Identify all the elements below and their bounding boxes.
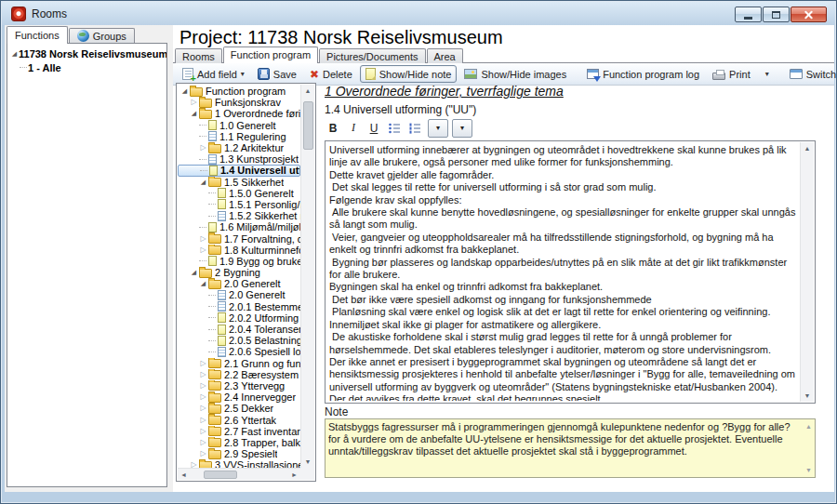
save-button[interactable]: Save — [252, 65, 302, 83]
tree-item[interactable]: ▷2.1 Grunn og fundame — [178, 358, 300, 369]
rich-text-editor[interactable]: Universell utforming innebærer at bygnin… — [325, 140, 816, 404]
tree-item[interactable]: 2.0.5 Belastninger — [178, 335, 300, 346]
bold-button[interactable]: B — [324, 119, 342, 138]
collapse-arrow-icon[interactable]: ◢ — [199, 177, 207, 188]
expand-arrow-icon[interactable]: ▷ — [199, 358, 207, 369]
scroll-down-button[interactable]: ▼ — [804, 392, 811, 399]
scroll-up-button[interactable]: ▲ — [804, 145, 811, 152]
tree-item[interactable]: ▷1.2 Arkitektur — [178, 142, 300, 153]
note-field[interactable]: Statsbyggs fagressurser må i programmeri… — [325, 418, 816, 478]
expand-arrow-icon[interactable]: ▷ — [199, 391, 207, 403]
collapse-arrow-icon[interactable]: ◢ — [180, 86, 189, 97]
minimize-button[interactable] — [735, 7, 762, 22]
italic-button[interactable]: I — [344, 119, 363, 138]
expand-arrow-icon[interactable]: ▷ — [190, 97, 198, 108]
scroll-right-button[interactable]: ► — [291, 471, 298, 478]
tree-item[interactable]: ▷1.8 Kulturminneforvaltn — [178, 245, 300, 256]
note-text[interactable]: Statsbyggs fagressurser må i programmeri… — [328, 421, 800, 475]
tree-item[interactable]: ▷2.6 Yttertak — [178, 414, 300, 425]
numbered-list-button[interactable] — [405, 119, 424, 138]
tab-pictures-documents[interactable]: Pictures/Documents — [319, 48, 425, 63]
tree-item[interactable]: ▷2.2 Bæresystem — [178, 369, 300, 380]
underline-button[interactable]: U — [365, 119, 383, 138]
tree-item[interactable]: 2.0 Generelt — [178, 289, 300, 300]
tree-item[interactable]: ▷2.9 Spesielt — [178, 448, 300, 459]
font-dropdown[interactable]: ▾ — [428, 119, 448, 138]
tree-item[interactable]: ◢1.5 Sikkerhet — [178, 177, 300, 188]
tree-item[interactable]: ▷1.7 Forvaltning, drift og — [178, 232, 300, 244]
tab-area[interactable]: Area — [427, 48, 463, 63]
scroll-down-button[interactable]: ▼ — [305, 458, 312, 465]
tree-item[interactable]: 2.0.1 Bestemmelse — [178, 301, 300, 312]
collapse-arrow-icon[interactable]: ◢ — [199, 278, 207, 289]
expand-arrow-icon[interactable]: ▷ — [199, 233, 207, 245]
close-button[interactable] — [790, 7, 827, 22]
tree-item[interactable]: 1.4 Universell utfor — [178, 165, 300, 176]
tree-item[interactable]: ▷2.4 Innervegger — [178, 391, 300, 403]
delete-button[interactable]: ✖ Delete — [304, 66, 358, 83]
expand-arrow-icon[interactable]: ▷ — [199, 245, 207, 256]
add-field-button[interactable]: Add field ▾ — [177, 65, 250, 83]
tab-functions[interactable]: Functions — [7, 26, 68, 44]
scroll-up-button[interactable]: ▲ — [805, 423, 812, 430]
scroll-left-button[interactable]: ◄ — [180, 471, 187, 478]
scroll-up-button[interactable]: ▲ — [305, 87, 312, 94]
expand-arrow-icon[interactable]: ▷ — [190, 459, 198, 468]
tab-function-program[interactable]: Function program — [223, 46, 318, 63]
tree-item[interactable]: ◢Function program — [178, 86, 300, 97]
show-hide-note-button[interactable]: Show/Hide note — [360, 65, 458, 83]
bullet-list-button[interactable] — [385, 119, 404, 138]
tree-item[interactable]: ◢11738 Norsk Reiselivsmuseum — [7, 46, 166, 60]
print-button[interactable]: Print ▾ — [707, 66, 775, 83]
titlebar[interactable]: Rooms — [2, 2, 835, 25]
tab-rooms[interactable]: Rooms — [175, 48, 222, 63]
tree-item[interactable]: ▷3 VVS-installasjoner — [178, 459, 300, 468]
tree-item[interactable]: ▷2.3 Yttervegg — [178, 380, 300, 391]
tree-horizontal-scrollbar[interactable]: ◄ ► — [178, 468, 300, 480]
tree-item[interactable]: 1.5.2 Sikkerhet mo — [178, 210, 300, 221]
tree-item[interactable]: ▷2.7 Fast inventar — [178, 426, 300, 437]
tree-item[interactable]: 2.0.2 Utforming og — [178, 312, 300, 324]
body-text[interactable]: Universell utforming innebærer at bygnin… — [327, 143, 798, 401]
tree-item[interactable]: 1.5.1 Personlig/ma — [178, 199, 300, 210]
expand-arrow-icon[interactable]: ▷ — [199, 426, 207, 437]
tree-item[interactable]: 1 - Alle — [7, 60, 166, 74]
color-dropdown[interactable]: ▾ — [452, 119, 472, 138]
tree-item[interactable]: ◢1 Overordnede føringer, tv — [178, 108, 300, 119]
tree-item[interactable]: ◢2.0 Generelt — [178, 278, 300, 289]
tab-groups[interactable]: Groups — [69, 28, 135, 44]
expand-arrow-icon[interactable]: ▷ — [199, 403, 207, 414]
expand-arrow-icon[interactable]: ▷ — [199, 369, 207, 380]
collapse-arrow-icon[interactable]: ◢ — [190, 108, 198, 119]
scrollbar-thumb[interactable] — [303, 101, 313, 150]
tree-vertical-scrollbar[interactable]: ▲ ▼ — [300, 85, 314, 468]
tree-item[interactable]: ▷2.5 Dekker — [178, 403, 300, 414]
tree-item[interactable]: 1.1 Regulering — [178, 131, 300, 142]
tree-item[interactable]: 1.9 Bygg og brukerutst — [178, 256, 300, 267]
tree-item[interactable]: ▷Funksjonskrav — [178, 97, 300, 108]
tree-item[interactable]: 1.3 Kunstprosjekt — [178, 153, 300, 165]
project-tree-panel[interactable]: ◢11738 Norsk Reiselivsmuseum1 - Alle — [7, 43, 167, 487]
switch-view-button[interactable]: Switch View — [784, 66, 837, 83]
scrollbar-thumb[interactable] — [204, 471, 237, 479]
expand-arrow-icon[interactable]: ▷ — [199, 142, 207, 153]
expand-arrow-icon[interactable]: ▷ — [199, 415, 207, 426]
collapse-arrow-icon[interactable]: ◢ — [190, 267, 198, 278]
expand-arrow-icon[interactable]: ▷ — [199, 448, 207, 459]
text-vertical-scrollbar[interactable]: ▲ ▼ — [800, 142, 814, 402]
tree-item[interactable]: ▷2.8 Trapper, balkonger — [178, 437, 300, 448]
tree-item[interactable]: 2.0.6 Spesiell lokal — [178, 346, 300, 357]
tree-item[interactable]: 1.5.0 Generelt — [178, 188, 300, 199]
scroll-down-button[interactable]: ▼ — [805, 467, 812, 473]
expand-arrow-icon[interactable]: ▷ — [199, 437, 207, 448]
function-program-log-button[interactable]: Function program log — [581, 66, 705, 83]
tree-item[interactable]: 1.0 Generelt — [178, 120, 300, 131]
expand-arrow-icon[interactable]: ▷ — [199, 380, 207, 391]
show-hide-images-button[interactable]: Show/Hide images — [458, 66, 572, 83]
tree-item[interactable]: ◢2 Bygning — [178, 267, 300, 278]
tree-item[interactable]: 2.0.4 Toleranser — [178, 324, 300, 335]
tree-item[interactable]: 1.6 Miljømål/miljøkrav — [178, 221, 300, 232]
function-program-tree[interactable]: ◢Function program▷Funksjonskrav◢1 Overor… — [176, 83, 316, 482]
maximize-button[interactable] — [763, 7, 790, 22]
collapse-arrow-icon[interactable]: ◢ — [10, 48, 19, 60]
